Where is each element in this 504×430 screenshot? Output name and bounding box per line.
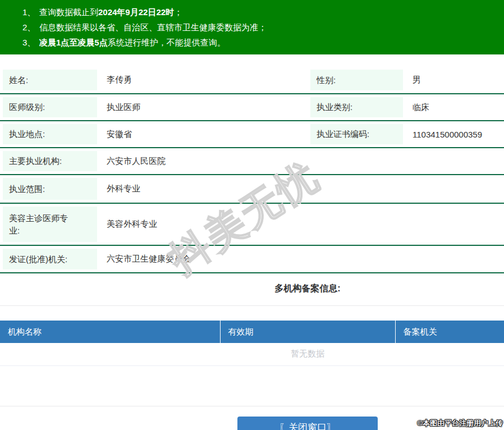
notice-line-text: 信息数据结果以各省、自治区、直辖市卫生健康委数据为准； (39, 22, 267, 32)
gender-value-cell: 男 (406, 67, 504, 94)
table-row: 医师级别: 执业医师 执业类别: 临床 (0, 94, 504, 121)
main-institution-value-cell: 六安市人民医院 (100, 148, 504, 175)
practice-category-label-cell: 执业类别: (308, 94, 406, 121)
practice-scope-label-cell: 执业范围: (0, 175, 100, 203)
gender-label-cell: 性别: (308, 67, 406, 94)
practice-scope-value-cell: 外科专业 (100, 175, 504, 203)
notice-line-text: ； (174, 7, 182, 17)
name-label-cell: 姓名: (0, 67, 100, 94)
notice-line-3: 3、凌晨1点至凌晨5点系统进行维护，不能提供查询。 (22, 35, 498, 50)
table-row: 执业地点: 安徽省 执业证书编码: 110341500000359 (0, 121, 504, 148)
notice-line-bold: 2024年9月22日22时 (98, 7, 174, 17)
multi-institution-heading: 多机构备案信息: (0, 283, 504, 295)
column-header-institution: 机构名称 (0, 321, 220, 343)
multi-institution-table: 机构名称 有效期 备案机关 暂无数据 (0, 321, 504, 366)
notice-line-text: 查询数据截止到 (39, 7, 98, 17)
table-row: 暂无数据 (0, 343, 504, 365)
issuing-authority-value-cell: 六安市卫生健康委员会 (100, 245, 504, 273)
notice-line-number: 2、 (22, 20, 37, 35)
cosmetic-specialty-value-cell: 美容外科专业 (100, 203, 504, 245)
close-window-button[interactable]: 〖关闭窗口〗 (237, 417, 378, 430)
doctor-level-label-cell: 医师级别: (0, 94, 100, 121)
notice-line-1: 1、查询数据截止到2024年9月22日22时； (22, 4, 498, 20)
column-header-validity: 有效期 (220, 321, 395, 343)
doctor-level-value-cell: 执业医师 (100, 94, 308, 121)
divider (0, 305, 504, 306)
column-header-filing-authority: 备案机关 (395, 321, 504, 343)
notice-line-text: 系统进行维护，不能提供查询。 (108, 38, 226, 47)
table-row: 姓名: 李传勇 性别: 男 (0, 67, 504, 94)
table-row: 发证(批准)机关: 六安市卫生健康委员会 (0, 245, 504, 273)
table-row: 美容主诊医师专业: 美容外科专业 (0, 203, 504, 245)
notice-banner: 1、查询数据截止到2024年9月22日22时； 2、信息数据结果以各省、自治区、… (0, 0, 504, 54)
practice-location-value-cell: 安徽省 (100, 121, 308, 148)
practice-location-label-cell: 执业地点: (0, 121, 100, 148)
name-value-cell: 李传勇 (100, 67, 308, 94)
table-header-row: 机构名称 有效期 备案机关 (0, 321, 504, 343)
practitioner-info-table: 姓名: 李传勇 性别: 男 医师级别: 执业医师 执业类别: 临床 执业地点: … (0, 67, 504, 273)
issuing-authority-label-cell: 发证(批准)机关: (0, 245, 100, 273)
notice-line-number: 3、 (22, 35, 37, 50)
notice-line-2: 2、信息数据结果以各省、自治区、直辖市卫生健康委数据为准； (22, 20, 498, 35)
cosmetic-specialty-label-cell: 美容主诊医师专业: (0, 203, 100, 245)
notice-line-number: 1、 (22, 4, 37, 20)
empty-data-placeholder: 暂无数据 (0, 343, 504, 365)
practice-category-value-cell: 临床 (406, 94, 504, 121)
table-row: 主要执业机构: 六安市人民医院 (0, 148, 504, 175)
upload-credit-text: ©本图由平台注册用户上传 (417, 418, 503, 428)
notice-line-bold: 凌晨1点至凌晨5点 (39, 38, 108, 47)
table-row: 执业范围: 外科专业 (0, 175, 504, 203)
certificate-number-label-cell: 执业证书编码: (308, 121, 406, 148)
certificate-number-value-cell: 110341500000359 (406, 121, 504, 148)
divider (0, 406, 504, 406)
main-institution-label-cell: 主要执业机构: (0, 148, 100, 175)
